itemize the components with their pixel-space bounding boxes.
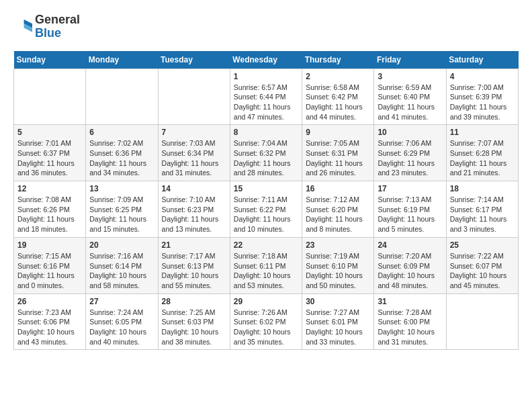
day-number: 12	[17, 184, 82, 193]
calendar-table: SundayMondayTuesdayWednesdayThursdayFrid…	[13, 51, 519, 351]
day-number: 29	[234, 297, 298, 306]
calendar-cell: 24Sunrise: 7:20 AM Sunset: 6:09 PM Dayli…	[374, 237, 446, 293]
calendar-cell: 13Sunrise: 7:09 AM Sunset: 6:25 PM Dayli…	[86, 181, 158, 238]
day-info: Sunrise: 7:15 AM Sunset: 6:16 PM Dayligh…	[17, 251, 82, 291]
day-info: Sunrise: 7:18 AM Sunset: 6:11 PM Dayligh…	[234, 251, 298, 291]
day-number: 4	[450, 72, 515, 81]
day-number: 17	[378, 184, 442, 193]
calendar-cell: 4Sunrise: 7:00 AM Sunset: 6:39 PM Daylig…	[446, 68, 518, 125]
day-number: 6	[89, 128, 154, 137]
day-info: Sunrise: 7:01 AM Sunset: 6:37 PM Dayligh…	[17, 138, 82, 178]
day-info: Sunrise: 7:04 AM Sunset: 6:32 PM Dayligh…	[234, 138, 298, 178]
weekday-header-friday: Friday	[374, 51, 446, 69]
calendar-cell: 30Sunrise: 7:27 AM Sunset: 6:01 PM Dayli…	[302, 293, 374, 350]
day-number: 5	[17, 128, 82, 137]
calendar-cell: 2Sunrise: 6:58 AM Sunset: 6:42 PM Daylig…	[302, 68, 374, 125]
calendar-cell: 5Sunrise: 7:01 AM Sunset: 6:37 PM Daylig…	[14, 125, 86, 181]
day-info: Sunrise: 7:27 AM Sunset: 6:01 PM Dayligh…	[306, 308, 370, 347]
calendar-cell	[86, 68, 158, 125]
calendar-cell: 8Sunrise: 7:04 AM Sunset: 6:32 PM Daylig…	[230, 125, 302, 181]
day-info: Sunrise: 6:59 AM Sunset: 6:40 PM Dayligh…	[378, 83, 442, 122]
day-number: 16	[306, 184, 370, 193]
day-info: Sunrise: 7:11 AM Sunset: 6:22 PM Dayligh…	[234, 195, 298, 234]
day-info: Sunrise: 7:00 AM Sunset: 6:39 PM Dayligh…	[450, 83, 515, 122]
logo-text: General Blue	[35, 13, 80, 40]
day-info: Sunrise: 7:05 AM Sunset: 6:31 PM Dayligh…	[306, 138, 370, 178]
day-info: Sunrise: 7:13 AM Sunset: 6:19 PM Dayligh…	[378, 195, 442, 234]
weekday-header-row: SundayMondayTuesdayWednesdayThursdayFrid…	[14, 51, 519, 69]
calendar-cell: 23Sunrise: 7:19 AM Sunset: 6:10 PM Dayli…	[302, 237, 374, 293]
weekday-header-wednesday: Wednesday	[230, 51, 302, 69]
day-info: Sunrise: 7:26 AM Sunset: 6:02 PM Dayligh…	[234, 308, 298, 347]
day-number: 7	[162, 128, 226, 137]
day-number: 8	[234, 128, 298, 137]
day-number: 31	[378, 297, 442, 306]
day-info: Sunrise: 7:06 AM Sunset: 6:29 PM Dayligh…	[378, 138, 442, 178]
calendar-cell: 10Sunrise: 7:06 AM Sunset: 6:29 PM Dayli…	[374, 125, 446, 181]
day-info: Sunrise: 7:17 AM Sunset: 6:13 PM Dayligh…	[162, 251, 226, 291]
calendar-cell: 17Sunrise: 7:13 AM Sunset: 6:19 PM Dayli…	[374, 181, 446, 238]
day-info: Sunrise: 7:23 AM Sunset: 6:06 PM Dayligh…	[17, 308, 82, 347]
day-info: Sunrise: 7:14 AM Sunset: 6:17 PM Dayligh…	[450, 195, 515, 234]
calendar-cell: 16Sunrise: 7:12 AM Sunset: 6:20 PM Dayli…	[302, 181, 374, 238]
calendar-cell: 6Sunrise: 7:02 AM Sunset: 6:36 PM Daylig…	[86, 125, 158, 181]
week-row-2: 5Sunrise: 7:01 AM Sunset: 6:37 PM Daylig…	[14, 125, 519, 181]
day-number: 27	[89, 297, 154, 306]
calendar-cell: 3Sunrise: 6:59 AM Sunset: 6:40 PM Daylig…	[374, 68, 446, 125]
day-info: Sunrise: 7:08 AM Sunset: 6:26 PM Dayligh…	[17, 195, 82, 234]
calendar-cell	[14, 68, 86, 125]
day-number: 19	[17, 240, 82, 250]
calendar-cell	[158, 68, 230, 125]
calendar-cell: 14Sunrise: 7:10 AM Sunset: 6:23 PM Dayli…	[158, 181, 230, 238]
calendar-cell: 18Sunrise: 7:14 AM Sunset: 6:17 PM Dayli…	[446, 181, 518, 238]
day-info: Sunrise: 6:57 AM Sunset: 6:44 PM Dayligh…	[234, 83, 298, 122]
calendar-cell: 28Sunrise: 7:25 AM Sunset: 6:03 PM Dayli…	[158, 293, 230, 350]
day-number: 11	[450, 128, 515, 137]
day-info: Sunrise: 7:02 AM Sunset: 6:36 PM Dayligh…	[89, 138, 154, 178]
calendar-cell: 15Sunrise: 7:11 AM Sunset: 6:22 PM Dayli…	[230, 181, 302, 238]
day-number: 15	[234, 184, 298, 193]
day-number: 10	[378, 128, 442, 137]
day-number: 9	[306, 128, 370, 137]
day-info: Sunrise: 7:07 AM Sunset: 6:28 PM Dayligh…	[450, 138, 515, 178]
day-number: 23	[306, 240, 370, 250]
day-number: 20	[89, 240, 154, 250]
day-info: Sunrise: 7:10 AM Sunset: 6:23 PM Dayligh…	[162, 195, 226, 234]
day-info: Sunrise: 7:03 AM Sunset: 6:34 PM Dayligh…	[162, 138, 226, 178]
calendar-cell: 1Sunrise: 6:57 AM Sunset: 6:44 PM Daylig…	[230, 68, 302, 125]
day-number: 13	[89, 184, 154, 193]
day-number: 1	[234, 72, 298, 81]
logo: General Blue	[13, 13, 80, 40]
calendar-cell: 31Sunrise: 7:28 AM Sunset: 6:00 PM Dayli…	[374, 293, 446, 350]
calendar-cell: 22Sunrise: 7:18 AM Sunset: 6:11 PM Dayli…	[230, 237, 302, 293]
weekday-header-tuesday: Tuesday	[158, 51, 230, 69]
page-header: General Blue	[13, 13, 519, 40]
logo-icon	[13, 17, 32, 36]
weekday-header-thursday: Thursday	[302, 51, 374, 69]
calendar-cell: 25Sunrise: 7:22 AM Sunset: 6:07 PM Dayli…	[446, 237, 518, 293]
day-number: 21	[162, 240, 226, 250]
calendar-cell: 9Sunrise: 7:05 AM Sunset: 6:31 PM Daylig…	[302, 125, 374, 181]
week-row-5: 26Sunrise: 7:23 AM Sunset: 6:06 PM Dayli…	[14, 293, 519, 350]
calendar-cell: 19Sunrise: 7:15 AM Sunset: 6:16 PM Dayli…	[14, 237, 86, 293]
calendar-cell: 20Sunrise: 7:16 AM Sunset: 6:14 PM Dayli…	[86, 237, 158, 293]
day-info: Sunrise: 7:16 AM Sunset: 6:14 PM Dayligh…	[89, 251, 154, 291]
day-number: 3	[378, 72, 442, 81]
calendar-cell: 7Sunrise: 7:03 AM Sunset: 6:34 PM Daylig…	[158, 125, 230, 181]
week-row-3: 12Sunrise: 7:08 AM Sunset: 6:26 PM Dayli…	[14, 181, 519, 238]
week-row-4: 19Sunrise: 7:15 AM Sunset: 6:16 PM Dayli…	[14, 237, 519, 293]
day-number: 25	[450, 240, 515, 250]
weekday-header-monday: Monday	[86, 51, 158, 69]
day-info: Sunrise: 7:22 AM Sunset: 6:07 PM Dayligh…	[450, 251, 515, 291]
calendar-cell: 21Sunrise: 7:17 AM Sunset: 6:13 PM Dayli…	[158, 237, 230, 293]
day-info: Sunrise: 7:12 AM Sunset: 6:20 PM Dayligh…	[306, 195, 370, 234]
calendar-cell: 26Sunrise: 7:23 AM Sunset: 6:06 PM Dayli…	[14, 293, 86, 350]
day-info: Sunrise: 7:24 AM Sunset: 6:05 PM Dayligh…	[89, 308, 154, 347]
day-number: 30	[306, 297, 370, 306]
day-number: 28	[162, 297, 226, 306]
day-number: 24	[378, 240, 442, 250]
calendar-cell: 12Sunrise: 7:08 AM Sunset: 6:26 PM Dayli…	[14, 181, 86, 238]
day-info: Sunrise: 6:58 AM Sunset: 6:42 PM Dayligh…	[306, 83, 370, 122]
day-number: 26	[17, 297, 82, 306]
day-info: Sunrise: 7:25 AM Sunset: 6:03 PM Dayligh…	[162, 308, 226, 347]
